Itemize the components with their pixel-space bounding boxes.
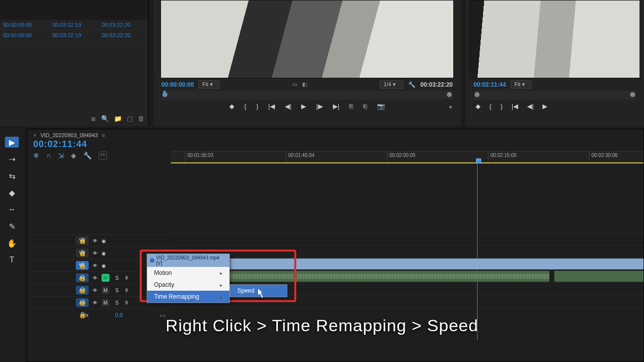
context-menu-item-opacity[interactable]: Opacity▸	[147, 279, 229, 291]
insert-icon[interactable]: ⎘	[349, 103, 353, 110]
table-row[interactable]: 00:00:00:00 00:03:22:19 00:03:22:20	[0, 30, 148, 41]
program-timecode-in[interactable]: 00:02:11:44	[474, 81, 506, 88]
ruler-tick: 00:02:30:06	[589, 152, 620, 163]
program-transport: ◆ { } |◀ ◀| ▶	[466, 100, 644, 110]
mark-in-icon[interactable]: ◆	[476, 103, 481, 110]
mute-button[interactable]: M	[102, 299, 109, 307]
mute-button[interactable]: M	[102, 286, 109, 294]
mute-button[interactable]: M	[102, 274, 109, 282]
voice-over-icon[interactable]: 🎙	[124, 275, 129, 281]
project-panel: 00:00:00:00 00:03:22:19 00:03:22:20 00:0…	[0, 0, 149, 126]
solo-button[interactable]: S	[113, 288, 120, 293]
table-row[interactable]: 00:00:00:00 00:03:22:19 00:03:22:20	[0, 20, 148, 30]
ruler-tick: 00:01:30:03	[185, 152, 215, 163]
solo-button[interactable]: S	[113, 275, 120, 281]
folder-icon[interactable]: 📁	[114, 115, 122, 122]
lock-icon[interactable]: 🔒	[79, 287, 86, 294]
track-header-v3[interactable]: 🔒V3👁◉	[27, 234, 171, 247]
voice-over-icon[interactable]: 🎙	[124, 288, 129, 293]
lock-icon[interactable]: 🔒	[79, 250, 86, 257]
toggle-output-icon[interactable]: 👁	[93, 251, 98, 256]
mark-bracket-open-icon[interactable]: {	[244, 103, 246, 110]
snap-icon[interactable]: ❄	[33, 152, 39, 159]
play-icon[interactable]: ▶	[301, 103, 306, 110]
context-menu-item-time-remapping[interactable]: Time Remapping▸	[147, 291, 229, 303]
trash-icon[interactable]: 🗑	[138, 115, 144, 122]
list-view-icon[interactable]: ≣	[91, 115, 96, 122]
context-menu-item-motion[interactable]: Motion▸	[147, 267, 229, 279]
toggle-output-icon[interactable]: 👁	[93, 263, 98, 268]
razor-tool-icon[interactable]: ◆	[5, 187, 19, 198]
track-v3[interactable]	[171, 233, 644, 246]
program-monitor: 00:02:11:44 Fit ▾ ◆ { } |◀ ◀| ▶	[466, 0, 644, 126]
mark-bracket-close-icon[interactable]: }	[256, 103, 258, 110]
mark-bracket-close-icon[interactable]: }	[500, 103, 502, 110]
overwrite-icon[interactable]: ⎗	[363, 103, 367, 110]
close-icon[interactable]: ×	[33, 132, 36, 138]
search-icon[interactable]: 🔍	[101, 115, 109, 122]
mark-bracket-open-icon[interactable]: {	[489, 103, 491, 110]
chevron-right-icon: ▸	[220, 270, 222, 276]
timeline-ruler[interactable]: 00:01:30:03 00:01:45:04 00:02:00:05 00:0…	[171, 151, 644, 163]
work-area-bar[interactable]	[171, 162, 644, 163]
export-frame-icon[interactable]: 📷	[377, 103, 385, 110]
track-select-tool-icon[interactable]: ⇢	[5, 154, 19, 164]
selection-tool-icon[interactable]: ▶	[5, 137, 19, 148]
hand-tool-icon[interactable]: ✋	[5, 238, 19, 249]
lock-icon[interactable]: 🔒	[79, 262, 86, 269]
timeline-playhead-time[interactable]: 00:02:11:44	[27, 139, 644, 150]
go-to-out-icon[interactable]: ▶|	[333, 103, 339, 110]
toggle-output-icon[interactable]: 👁	[93, 238, 98, 244]
solo-button[interactable]: S	[113, 300, 120, 306]
slip-tool-icon[interactable]: ↔	[5, 204, 19, 215]
type-tool-icon[interactable]: T	[5, 255, 19, 265]
source-monitor: 00:00:00:00 Fit ▾ ▭ ◧ 1/4 ▾ 🔧 00:03:22:2…	[154, 0, 461, 126]
eye-icon[interactable]: ◉	[102, 263, 106, 268]
settings-icon[interactable]: 🔧	[408, 81, 416, 88]
eye-icon[interactable]: ◉	[102, 251, 106, 256]
drag-video-icon[interactable]: ▭	[292, 81, 297, 88]
ruler-tick: 00:02:15:05	[488, 152, 519, 163]
sequence-tab[interactable]: × VID_20220903_094943 ≡	[33, 132, 105, 138]
go-to-in-icon[interactable]: |◀	[268, 103, 275, 110]
go-to-in-icon[interactable]: |◀	[512, 103, 518, 110]
pen-tool-icon[interactable]: ✎	[5, 221, 19, 232]
program-fit-select[interactable]: Fit ▾	[511, 80, 531, 89]
voice-over-icon[interactable]: 🎙	[124, 300, 129, 306]
source-timecode-in[interactable]: 00:00:00:00	[161, 81, 194, 88]
play-icon[interactable]: ▶	[542, 103, 547, 110]
step-back-icon[interactable]: ◀|	[285, 103, 291, 110]
source-scrub-bar[interactable]	[161, 91, 453, 100]
lock-icon[interactable]: 🔒	[79, 274, 86, 281]
source-preview-image	[161, 0, 454, 78]
toggle-output-icon[interactable]: 👁	[93, 300, 98, 306]
source-zoom-select[interactable]: 1/4 ▾	[380, 80, 403, 89]
add-button-icon[interactable]: ＋	[447, 103, 454, 111]
lock-icon[interactable]: 🔒	[79, 237, 86, 244]
toggle-output-icon[interactable]: 👁	[93, 288, 98, 293]
linked-selection-icon[interactable]: ⇲	[58, 152, 64, 159]
context-menu-title: VID_20220903_094943.mp4 [V]	[147, 254, 229, 267]
project-bin-table: 00:00:00:00 00:03:22:19 00:03:22:20 00:0…	[0, 20, 148, 41]
cc-icon[interactable]: cc	[99, 152, 107, 159]
ripple-tool-icon[interactable]: ⇆	[5, 170, 19, 181]
chevron-right-icon: ▸	[220, 294, 222, 300]
drag-audio-icon[interactable]: ◧	[302, 81, 307, 88]
step-back-icon[interactable]: ◀|	[527, 103, 534, 110]
ruler-tick: 00:01:45:04	[286, 152, 317, 163]
mark-in-icon[interactable]: ◆	[229, 103, 234, 110]
settings-icon[interactable]: 🔧	[83, 152, 92, 159]
program-scrub-bar[interactable]	[474, 91, 636, 100]
new-item-icon[interactable]: ▢	[127, 115, 133, 122]
eye-icon[interactable]: ◉	[102, 238, 106, 244]
sequence-menu-icon[interactable]: ≡	[102, 132, 105, 138]
sequence-name: VID_20220903_094943	[40, 132, 98, 138]
magnet-icon[interactable]: ∩	[46, 152, 51, 159]
lock-icon[interactable]: 🔒	[79, 299, 86, 306]
marker-icon[interactable]: ◆	[71, 152, 76, 159]
source-fit-select[interactable]: Fit ▾	[199, 80, 219, 89]
toggle-output-icon[interactable]: 👁	[93, 275, 98, 281]
program-preview-image	[470, 0, 640, 78]
source-timecode-out[interactable]: 00:03:22:20	[421, 81, 453, 88]
step-fwd-icon[interactable]: |▶	[316, 103, 322, 110]
